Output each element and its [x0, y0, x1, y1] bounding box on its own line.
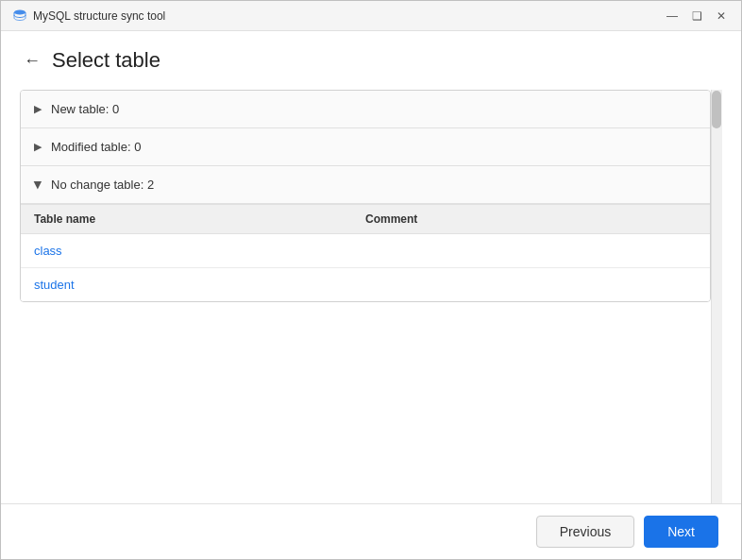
back-button[interactable]: ← — [24, 52, 41, 69]
new-table-label: New table: 0 — [51, 102, 119, 116]
sub-table-header: Table name Comment — [21, 205, 710, 234]
col-comment: Comment — [365, 212, 697, 226]
scrollbar-track[interactable] — [711, 90, 722, 503]
new-table-section[interactable]: ▶ New table: 0 — [21, 91, 710, 128]
table-row[interactable]: class — [21, 234, 710, 268]
modified-table-label: Modified table: 0 — [51, 140, 141, 154]
modified-table-section[interactable]: ▶ Modified table: 0 — [21, 128, 710, 166]
content-area: ← Select table ▶ New table: 0 ▶ Modified… — [1, 31, 741, 559]
row-student-name: student — [34, 278, 365, 292]
sections-container: ▶ New table: 0 ▶ Modified table: 0 ▶ No … — [20, 90, 711, 302]
title-bar-left: MySQL structure sync tool — [12, 8, 165, 24]
no-change-sub-table: Table name Comment class student — [21, 204, 710, 301]
new-table-chevron: ▶ — [34, 103, 42, 115]
scrollbar-thumb[interactable] — [712, 91, 721, 128]
row-class-comment — [365, 244, 697, 258]
app-title: MySQL structure sync tool — [33, 9, 165, 23]
no-change-table-section[interactable]: ▶ No change table: 2 — [21, 166, 710, 204]
page-title: Select table — [52, 48, 160, 73]
maximize-button[interactable]: ❑ — [688, 8, 705, 25]
page-header: ← Select table — [1, 31, 741, 90]
title-bar-controls: — ❑ ✕ — [664, 8, 730, 25]
no-change-table-chevron: ▶ — [32, 181, 44, 189]
no-change-table-label: No change table: 2 — [51, 178, 154, 192]
previous-button[interactable]: Previous — [536, 516, 634, 548]
table-row[interactable]: student — [21, 268, 710, 301]
app-icon — [12, 8, 27, 24]
close-button[interactable]: ✕ — [713, 8, 730, 25]
row-student-comment — [365, 278, 697, 292]
row-class-name: class — [34, 244, 365, 258]
title-bar: MySQL structure sync tool — ❑ ✕ — [1, 1, 741, 31]
minimize-button[interactable]: — — [664, 8, 681, 25]
col-table-name: Table name — [34, 212, 365, 226]
svg-point-0 — [14, 9, 25, 14]
footer: Previous Next — [1, 503, 741, 559]
next-button[interactable]: Next — [644, 516, 718, 548]
main-window: MySQL structure sync tool — ❑ ✕ ← Select… — [0, 0, 742, 560]
modified-table-chevron: ▶ — [34, 141, 42, 153]
